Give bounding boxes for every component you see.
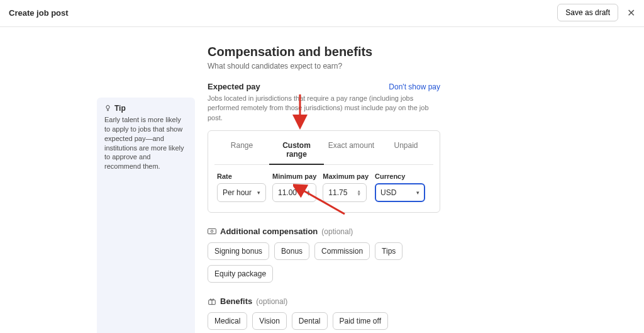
expected-pay-title: Expected pay	[208, 82, 260, 91]
benefits-chip[interactable]: Dental	[292, 312, 328, 330]
svg-point-1	[211, 230, 213, 232]
close-icon[interactable]: ✕	[627, 7, 635, 19]
rate-label: Rate	[217, 172, 266, 180]
min-label: Minimum pay	[272, 172, 316, 180]
stepper-icon: ▲▼	[306, 189, 311, 196]
additional-compensation-chip[interactable]: Signing bonus	[208, 242, 269, 260]
tip-heading: Tip	[114, 104, 126, 113]
additional-compensation-chip[interactable]: Tips	[375, 242, 402, 260]
minimum-pay-input[interactable]: 11.00 ▲▼	[272, 183, 316, 202]
additional-compensation-chip[interactable]: Commission	[314, 242, 370, 260]
pay-type-tabs: Range Custom range Exact amount Unpaid	[214, 136, 433, 165]
benefits-chip[interactable]: Medical	[208, 312, 247, 330]
expected-pay-help: Jobs located in jurisdictions that requi…	[208, 94, 440, 123]
benefits-chips: MedicalVisionDentalPaid time offPaid sic…	[208, 312, 440, 333]
tab-custom-range[interactable]: Custom range	[269, 136, 324, 165]
chevron-down-icon: ▾	[416, 189, 419, 196]
tab-range[interactable]: Range	[214, 136, 269, 164]
tab-unpaid[interactable]: Unpaid	[379, 136, 433, 164]
additional-compensation-chips: Signing bonusBonusCommissionTipsEquity p…	[208, 242, 440, 283]
currency-select[interactable]: USD ▾	[375, 183, 425, 202]
section-subheading: What should candidates expect to earn?	[208, 62, 440, 71]
tip-card: Tip Early talent is more likely to apply…	[97, 98, 195, 333]
section-heading: Compensation and benefits	[208, 45, 440, 59]
cash-icon	[208, 228, 216, 235]
gift-icon	[208, 298, 216, 305]
currency-label: Currency	[375, 172, 425, 180]
additional-compensation-chip[interactable]: Bonus	[274, 242, 309, 260]
stepper-icon: ▲▼	[357, 189, 361, 196]
tip-body: Early talent is more likely to apply to …	[104, 115, 187, 171]
benefits-chip[interactable]: Vision	[252, 312, 286, 330]
maximum-pay-input[interactable]: 11.75 ▲▼	[323, 183, 367, 202]
max-label: Maximum pay	[323, 172, 369, 180]
pay-card: Range Custom range Exact amount Unpaid R…	[208, 130, 440, 213]
benefits-chip[interactable]: Paid time off	[333, 312, 388, 330]
page-title: Create job post	[9, 8, 69, 18]
save-as-draft-button[interactable]: Save as draft	[557, 4, 618, 21]
topbar: Create job post Save as draft ✕	[0, 0, 644, 27]
additional-compensation-chip[interactable]: Equity package	[208, 265, 273, 283]
chevron-down-icon: ▾	[257, 189, 260, 196]
rate-select[interactable]: Per hour ▾	[217, 183, 266, 202]
dont-show-pay-link[interactable]: Don't show pay	[389, 82, 440, 91]
additional-compensation-title: Additional compensation	[220, 227, 318, 236]
tab-exact-amount[interactable]: Exact amount	[324, 136, 379, 164]
benefits-title: Benefits	[220, 296, 252, 306]
svg-rect-0	[208, 229, 216, 234]
lightbulb-icon	[104, 104, 111, 113]
